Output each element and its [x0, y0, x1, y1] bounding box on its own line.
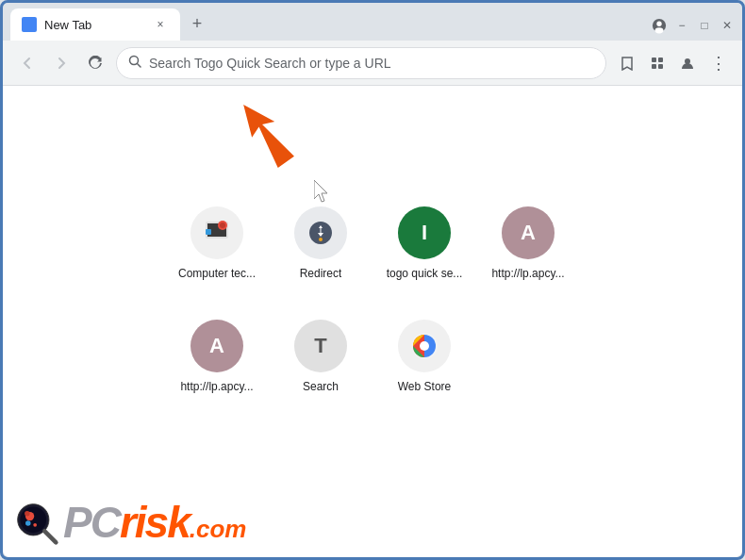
svg-rect-15: [206, 229, 211, 235]
svg-rect-5: [652, 58, 656, 62]
toolbar-actions: ⋮: [614, 50, 731, 76]
shortcut-label-search: Search: [303, 380, 339, 393]
address-bar[interactable]: Search Togo Quick Search or type a URL: [116, 47, 606, 79]
shortcut-redirect[interactable]: Redirect: [273, 199, 368, 288]
back-button[interactable]: [14, 50, 41, 76]
svg-point-14: [220, 222, 225, 228]
tab-favicon: [22, 17, 37, 32]
shortcut-icon-togo: I: [398, 206, 451, 259]
svg-point-2: [655, 27, 664, 33]
chrome-profile-icon[interactable]: [652, 18, 667, 33]
svg-point-20: [20, 506, 46, 533]
shortcut-icon-computer-tec: [190, 206, 243, 259]
tab-close-button[interactable]: ×: [152, 16, 169, 33]
bookmark-button[interactable]: [614, 50, 640, 76]
shortcut-apcy2[interactable]: A http://lp.apcy...: [170, 312, 264, 401]
svg-point-24: [25, 520, 31, 526]
reload-button[interactable]: [82, 50, 108, 76]
search-icon: [128, 55, 141, 71]
close-button[interactable]: ✕: [720, 18, 735, 33]
svg-line-23: [44, 531, 56, 542]
shortcut-icon-search: T: [294, 320, 347, 372]
address-text: Search Togo Quick Search or type a URL: [149, 56, 594, 71]
minimize-button[interactable]: −: [674, 18, 689, 33]
arrow-annotation: [220, 103, 295, 182]
chrome-window: New Tab × + − □ ✕: [3, 3, 742, 557]
shortcut-label-togo: togo quick se...: [387, 267, 463, 280]
active-tab[interactable]: New Tab ×: [10, 8, 180, 41]
shortcut-label-webstore: Web Store: [398, 380, 451, 393]
forward-button[interactable]: [48, 50, 74, 76]
shortcut-togo[interactable]: I togo quick se...: [377, 199, 472, 288]
shortcut-apcy1[interactable]: A http://lp.apcy...: [481, 199, 575, 288]
new-tab-button[interactable]: +: [184, 10, 210, 37]
svg-rect-6: [658, 58, 663, 62]
pcrisk-magnifier-icon: [14, 501, 59, 546]
shortcut-icon-apcy1: A: [502, 206, 555, 259]
shortcut-label-apcy2: http://lp.apcy...: [180, 380, 253, 393]
tab-title: New Tab: [44, 18, 144, 32]
profile-button[interactable]: [674, 50, 701, 76]
page-content: Computer tec... Redirect I togo quick se…: [3, 86, 742, 557]
svg-point-25: [33, 523, 37, 527]
shortcut-label-computer-tec: Computer tec...: [178, 267, 256, 280]
svg-point-16: [319, 238, 323, 241]
shortcut-icon-apcy2: A: [190, 320, 243, 372]
maximize-button[interactable]: □: [697, 18, 712, 33]
risk-text: risk: [120, 501, 190, 544]
extension-button[interactable]: [644, 50, 670, 76]
svg-marker-10: [234, 103, 295, 170]
pc-text: PC: [63, 501, 120, 544]
window-controls: − □ ✕: [652, 18, 735, 33]
svg-point-18: [420, 341, 429, 351]
title-bar: New Tab × + − □ ✕: [3, 3, 742, 41]
pcrisk-text: PC risk .com: [63, 501, 246, 546]
svg-rect-7: [652, 64, 656, 69]
cursor: [314, 180, 333, 206]
com-text: .com: [190, 515, 247, 544]
shortcut-search[interactable]: T Search: [273, 312, 368, 401]
menu-button[interactable]: ⋮: [704, 50, 731, 76]
shortcut-icon-redirect: [294, 206, 347, 259]
svg-rect-8: [658, 64, 663, 69]
shortcut-label-redirect: Redirect: [300, 267, 342, 280]
shortcut-computer-tec[interactable]: Computer tec...: [170, 199, 264, 288]
shortcut-webstore[interactable]: Web Store: [377, 312, 472, 401]
pcrisk-logo: PC risk .com: [14, 501, 246, 546]
browser-toolbar: Search Togo Quick Search or type a URL: [3, 41, 742, 86]
shortcut-icon-webstore: [398, 320, 451, 372]
svg-line-4: [138, 64, 141, 68]
svg-point-1: [656, 22, 661, 26]
shortcuts-grid: Computer tec... Redirect I togo quick se…: [170, 199, 575, 416]
shortcut-label-apcy1: http://lp.apcy...: [491, 267, 564, 280]
svg-point-22: [25, 511, 30, 517]
orange-arrow-svg: [220, 103, 295, 178]
